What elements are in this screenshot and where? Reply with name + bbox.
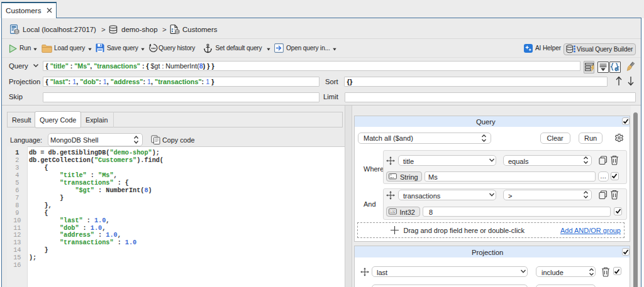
svg-text:132: 132 xyxy=(390,210,396,214)
